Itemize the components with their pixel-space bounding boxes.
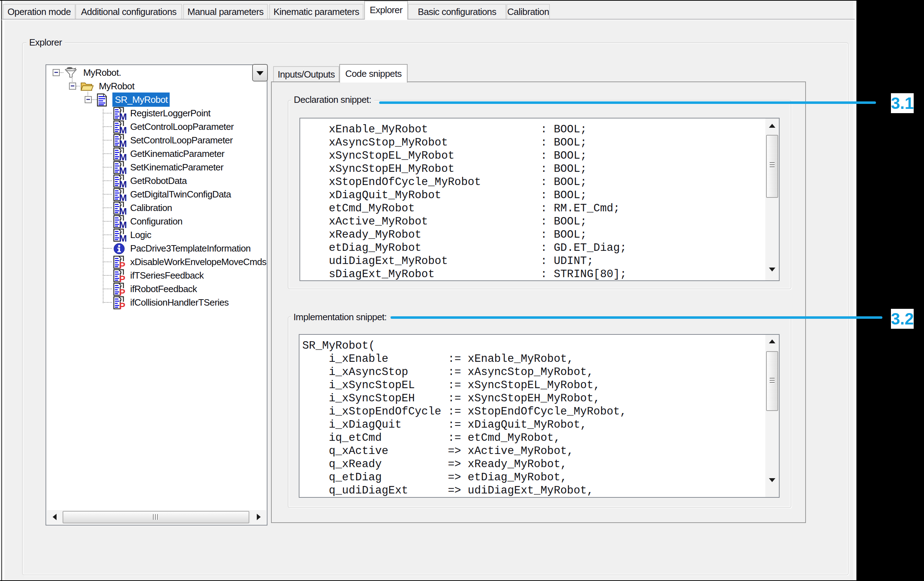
svg-text:M: M	[119, 125, 127, 134]
svg-text:M: M	[119, 206, 127, 215]
svg-text:M: M	[119, 233, 127, 242]
svg-text:M: M	[119, 179, 127, 188]
svg-text:M: M	[119, 152, 127, 161]
svg-text:M: M	[119, 193, 127, 201]
svg-text:P: P	[119, 274, 125, 282]
svg-text:M: M	[119, 111, 127, 120]
svg-text:M: M	[119, 220, 127, 228]
svg-text:P: P	[119, 287, 125, 296]
svg-text:M: M	[119, 139, 127, 147]
svg-text:M: M	[119, 165, 127, 174]
svg-text:P: P	[119, 260, 125, 269]
svg-text:P: P	[119, 300, 125, 310]
